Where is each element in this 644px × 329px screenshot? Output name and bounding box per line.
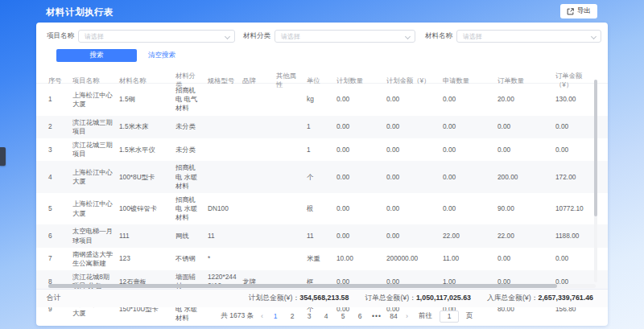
last-page-number[interactable]: 84: [389, 312, 398, 320]
table-row[interactable]: 3滨江花城三期项目1.5米水平仪未分类10.000.000.000.000.00: [36, 138, 608, 161]
column-header: 规格型号: [208, 74, 242, 88]
chevron-down-icon: [591, 34, 597, 39]
table-row[interactable]: 6太空电梯—月球项目111网线11110.000.0022.0022.00118…: [36, 224, 608, 247]
vertical-scrollbar-thumb[interactable]: [594, 80, 597, 216]
table-cell: *: [208, 252, 242, 265]
category-select-placeholder: 请选择: [281, 32, 300, 41]
table-cell: 0.00: [386, 93, 443, 106]
table-cell: 0.00: [386, 143, 443, 157]
export-button[interactable]: 导出: [560, 4, 597, 19]
table-cell: 上海松江中心大厦: [72, 197, 119, 220]
page-list: 123456: [270, 312, 365, 320]
table-cell: 0.00: [386, 171, 443, 184]
table-row[interactable]: 4上海松江中心大厦100*8U型卡招商机电 水暖材料个0.000.000.002…: [36, 161, 608, 193]
table-cell: [276, 147, 307, 152]
table-cell: [208, 97, 242, 102]
table-cell: 未分类: [175, 120, 208, 134]
content-card: 项目名称 请选择 材料分类 请选择 材料名称 请选择 搜索 清空搜索 序号项目名…: [36, 23, 608, 326]
material-select-placeholder: 请选择: [463, 32, 482, 41]
table-cell: 6: [48, 229, 72, 243]
table-cell: 100*8U型卡: [119, 171, 175, 184]
table-cell: 0.00: [336, 93, 386, 106]
table-cell: 2: [48, 120, 72, 134]
table-cell: 1188.00: [555, 229, 597, 243]
table-cell: [276, 125, 307, 130]
horizontal-scrollbar[interactable]: [48, 284, 596, 288]
more-pages-icon[interactable]: •••: [372, 312, 382, 320]
filter-project: 项目名称 请选择: [47, 30, 243, 43]
chevron-down-icon: [225, 34, 230, 39]
table-cell: [242, 257, 276, 261]
page-number[interactable]: 2: [287, 312, 297, 320]
page-number[interactable]: 1: [270, 312, 280, 320]
table-cell: 0.00: [336, 143, 386, 157]
table-cell: 1: [307, 143, 336, 157]
filter-category-label: 材料分类: [243, 31, 270, 41]
summary-row: 合计 计划总金额(¥)：354,568,213.58订单总金额(¥)：1,050…: [36, 289, 608, 307]
filter-bar: 项目名称 请选择 材料分类 请选择 材料名称 请选择: [36, 23, 608, 43]
page-number[interactable]: 3: [304, 312, 314, 320]
table-cell: [242, 175, 276, 179]
table-cell: 不锈钢: [175, 252, 208, 265]
table-cell: kg: [307, 93, 336, 106]
table-cell: 米重: [307, 252, 336, 265]
goto-label: 前往: [419, 311, 432, 321]
table-cell: 招商机电 水暖材料: [175, 161, 208, 193]
table-cell: [242, 207, 276, 212]
table-cell: 10772.10: [555, 202, 597, 216]
table-cell: 0.00: [555, 143, 597, 157]
material-select[interactable]: 请选择: [456, 30, 601, 43]
table-row[interactable]: 2滨江花城三期项目1.5米木床未分类10.000.000.000.000.00: [36, 116, 608, 138]
table-header-row: 序号项目名称材料名称材料分类规格型号品牌其他属性单位计划数量计划金额（¥）申请数…: [36, 69, 608, 84]
next-page-icon[interactable]: ›: [406, 312, 408, 320]
table-cell: 太空电梯—月球项目: [72, 224, 119, 247]
export-label: 导出: [577, 6, 591, 16]
table-cell: [242, 125, 276, 130]
filter-material-label: 材料名称: [425, 31, 452, 41]
table-cell: 0.00: [336, 202, 386, 216]
filter-category: 材料分类 请选择: [243, 30, 425, 43]
table-cell: 1.5米木床: [119, 120, 175, 134]
search-button[interactable]: 搜索: [56, 49, 137, 62]
pagination-total: 共 1673 条: [221, 311, 254, 321]
column-header: 申请数量: [443, 74, 497, 88]
table-cell: 0.00: [497, 252, 555, 265]
summary-total: 订单总金额(¥)：1,050,117,025.63: [365, 294, 471, 303]
sidebar-toggle[interactable]: [0, 147, 6, 166]
table-cell: 0.00: [336, 229, 386, 243]
table-cell: 90.00: [497, 202, 555, 216]
table-cell: 11: [208, 229, 242, 243]
page-number[interactable]: 5: [338, 312, 348, 320]
filter-project-label: 项目名称: [47, 31, 74, 41]
summary-total: 入库总金额(¥)：2,657,339,761.46: [487, 294, 593, 303]
table-cell: 个: [307, 171, 336, 184]
page-unit-label: 页: [466, 311, 473, 321]
vertical-scrollbar[interactable]: [594, 80, 597, 282]
page-number[interactable]: 6: [355, 312, 365, 320]
table-row[interactable]: 7南钢盛达大学生公寓新建123不锈钢*米重10.00200000.0011.00…: [36, 248, 608, 270]
category-select[interactable]: 请选择: [275, 30, 415, 43]
summary-totals: 计划总金额(¥)：354,568,213.58订单总金额(¥)：1,050,11…: [249, 294, 608, 303]
column-header: 品牌: [242, 74, 276, 88]
summary-label: 合计: [36, 294, 61, 303]
table-cell: 0.00: [336, 171, 386, 184]
table-row[interactable]: 1上海松江中心大厦1.5铜招商机电 电气材料kg0.000.000.0020.0…: [36, 84, 608, 116]
pagination: 共 1673 条 ‹ 123456 ••• 84 › 前往 页: [36, 307, 608, 325]
prev-page-icon[interactable]: ‹: [261, 312, 263, 320]
page-number[interactable]: 4: [321, 312, 331, 320]
table-cell: [242, 234, 276, 239]
table-cell: 100镀锌管卡: [119, 202, 175, 216]
project-select-placeholder: 请选择: [85, 32, 104, 41]
goto-page-input[interactable]: [440, 310, 459, 323]
column-header: 计划金额（¥）: [386, 74, 443, 88]
table-cell: 0.00: [336, 120, 386, 134]
action-bar: 搜索 清空搜索: [36, 43, 608, 69]
table-row[interactable]: 5上海松江中心大厦100镀锌管卡招商机电 水暖材料DN100根0.000.000…: [36, 193, 608, 225]
table-cell: 1.5铜: [119, 93, 175, 106]
column-header: 订单数量: [497, 74, 555, 88]
table-cell: 111: [119, 229, 175, 243]
horizontal-scrollbar-thumb[interactable]: [48, 284, 557, 288]
chevron-down-icon: [405, 34, 411, 39]
project-select[interactable]: 请选择: [78, 30, 235, 43]
clear-search-link[interactable]: 清空搜索: [148, 51, 175, 60]
